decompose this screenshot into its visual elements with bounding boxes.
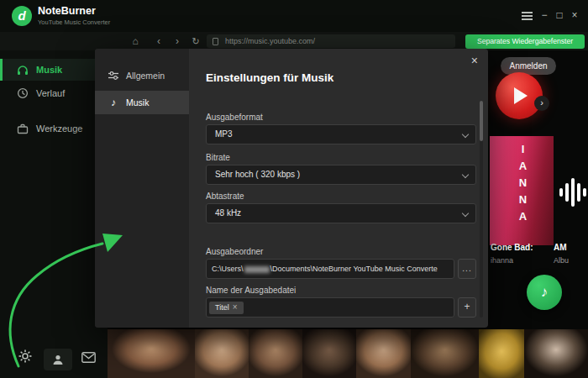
chevron-down-icon (462, 171, 469, 178)
sample-rate-label: Abtastrate (206, 192, 244, 201)
settings-gear-icon[interactable] (18, 349, 32, 366)
chevron-down-icon (462, 210, 469, 217)
video-thumbnail[interactable] (302, 329, 356, 378)
tag-label: Titel (215, 303, 229, 312)
output-filename-label: Name der Ausgabedatei (206, 286, 296, 295)
url-text: https://music.youtube.com/ (225, 37, 315, 45)
tools-icon (17, 123, 29, 134)
sidebar-item-werkzeuge[interactable]: Werkzeuge (0, 118, 108, 139)
video-thumbnail-row (108, 329, 588, 378)
bitrate-select[interactable]: Sehr hoch ( 320 kbps ) (206, 165, 476, 185)
home-icon[interactable]: ⌂ (128, 32, 143, 50)
output-format-select[interactable]: MP3 (206, 124, 476, 144)
sidebar-item-label: Musik (36, 65, 62, 75)
sidebar-item-label: Verlauf (36, 88, 65, 98)
bitrate-label: Bitrate (206, 153, 230, 162)
headphones-icon (17, 65, 29, 76)
album-type-partial: Albu (554, 256, 569, 265)
output-format-label: Ausgabeformat (206, 113, 263, 122)
video-thumbnail[interactable] (479, 329, 524, 378)
video-thumbnail[interactable] (356, 329, 411, 378)
video-thumbnail[interactable] (411, 329, 479, 378)
remove-tag-icon[interactable]: × (233, 304, 238, 311)
app-title: NoteBurner (38, 5, 96, 17)
filename-pattern-field[interactable]: Titel × (206, 297, 454, 318)
url-bar[interactable]: https://music.youtube.com/ (207, 34, 455, 48)
dialog-title: Einstellungen für Musik (206, 71, 333, 84)
sidebar-item-musik[interactable]: Musik (0, 59, 108, 81)
settings-tab-musik[interactable]: ♪ Musik (95, 91, 189, 114)
settings-nav: Allgemein ♪ Musik (95, 49, 189, 328)
add-tag-button[interactable]: + (458, 297, 476, 318)
video-thumbnail[interactable] (249, 329, 302, 378)
download-music-fab[interactable]: ♪ (527, 275, 562, 310)
maximize-button[interactable]: □ (553, 9, 566, 21)
title-bar: d NoteBurner YouTube Music Converter − □… (0, 0, 588, 32)
page-icon (213, 38, 218, 45)
output-folder-label: Ausgabeordner (206, 247, 263, 256)
music-note-icon: ♪ (108, 97, 119, 108)
signin-button[interactable]: Anmelden (501, 57, 556, 75)
album-title-text: IANNA (517, 143, 529, 227)
waveform-icon (559, 173, 587, 212)
play-icon (514, 87, 528, 104)
album-name-partial: Gone Bad: (491, 243, 533, 252)
bitrate-value: Sehr hoch ( 320 kbps ) (215, 170, 300, 179)
sample-rate-value: 48 kHz (215, 208, 241, 218)
back-icon[interactable]: ‹ (151, 32, 166, 50)
refresh-icon[interactable]: ↻ (188, 32, 203, 50)
artist-name-partial: ihanna (491, 256, 513, 265)
forward-icon[interactable]: › (170, 32, 185, 50)
account-button[interactable] (44, 349, 72, 370)
settings-tab-label: Allgemein (126, 71, 165, 81)
sidebar-item-label: Werkzeuge (36, 123, 82, 134)
sidebar-item-verlauf[interactable]: Verlauf (0, 82, 108, 104)
browser-toolbar: ⌂ ‹ › ↻ https://music.youtube.com/ Separ… (0, 32, 588, 50)
chevron-down-icon (462, 131, 469, 138)
settings-dialog: Allgemein ♪ Musik × Einstellungen für Mu… (95, 49, 488, 328)
album-art[interactable]: IANNA (490, 136, 554, 245)
menu-icon[interactable] (522, 12, 533, 20)
separate-player-button[interactable]: Separates Wiedergabefenster (465, 34, 585, 49)
noteburner-logo-icon: d (12, 6, 32, 26)
mail-icon[interactable] (81, 351, 96, 366)
output-folder-input[interactable]: C:\Users\\Documents\NoteBurner YouTube M… (206, 259, 454, 279)
output-format-value: MP3 (215, 129, 233, 139)
sample-rate-select[interactable]: 48 kHz (206, 203, 476, 223)
dialog-scrollbar-thumb[interactable] (480, 101, 483, 141)
redacted-username (244, 266, 270, 273)
next-icon[interactable]: › (534, 96, 549, 111)
video-thumbnail[interactable] (524, 329, 588, 378)
video-thumbnail[interactable] (108, 329, 195, 378)
close-window-button[interactable]: × (568, 9, 581, 21)
settings-tab-allgemein[interactable]: Allgemein (95, 64, 189, 87)
sliders-icon (108, 71, 119, 81)
person-icon (52, 354, 64, 365)
filename-tag-titel[interactable]: Titel × (209, 302, 244, 314)
path-suffix: \Documents\NoteBurner YouTube Music Conv… (270, 265, 438, 273)
play-button[interactable] (496, 72, 543, 119)
browse-folder-button[interactable]: ... (458, 259, 476, 279)
app-window: Anmelden › IANNA Gone Bad: AM ihanna Alb… (0, 0, 588, 378)
minimize-button[interactable]: − (538, 9, 551, 21)
app-subtitle: YouTube Music Converter (38, 18, 110, 26)
path-prefix: C:\Users\ (212, 265, 244, 273)
settings-tab-label: Musik (126, 97, 149, 108)
album-name-partial-2: AM (554, 243, 567, 252)
sidebar: Musik Verlauf Werkzeuge (0, 32, 108, 378)
video-thumbnail[interactable] (195, 329, 249, 378)
close-dialog-icon[interactable]: × (471, 55, 478, 66)
history-icon (17, 87, 29, 99)
